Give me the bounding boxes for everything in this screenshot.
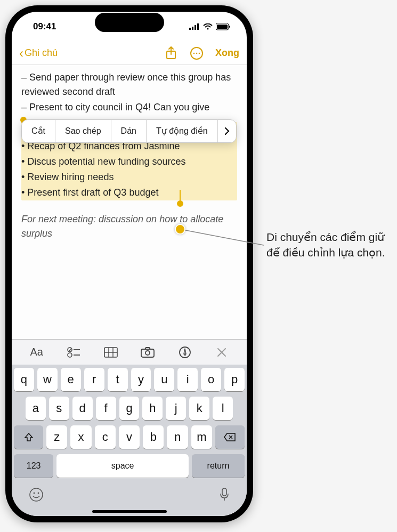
menu-more[interactable] [218,120,236,142]
menu-copy[interactable]: Sao chép [55,120,111,142]
menu-cut[interactable]: Cắt [22,120,55,142]
callout-text: Di chuyển các điểm giữ để điều chỉnh lựa… [266,229,389,261]
notch [95,13,164,32]
menu-paste[interactable]: Dán [111,120,147,142]
callout-dot [175,224,185,235]
menu-autofill[interactable]: Tự động điền [147,120,218,142]
edit-menu: Cắt Sao chép Dán Tự động điền [21,119,237,143]
svg-line-35 [180,229,264,245]
